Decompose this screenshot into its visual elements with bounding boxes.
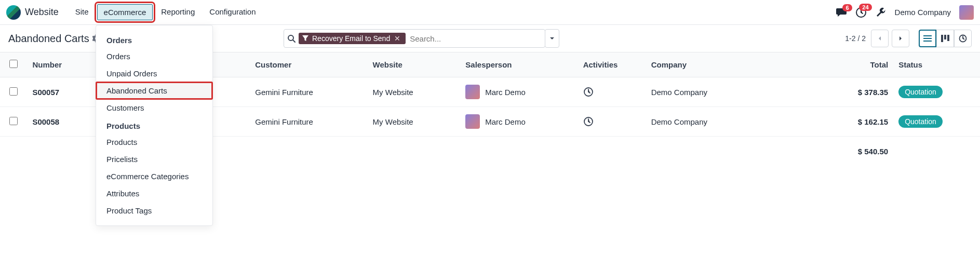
control-right: 1-2 / 2 [845,30,972,47]
list-icon [923,35,932,42]
cell-status: Quotation [893,107,980,137]
cell-website: My Website [368,77,461,107]
search-options-button[interactable] [545,29,559,48]
pager-prev-button[interactable] [871,30,889,47]
column-status[interactable]: Status [893,52,980,77]
search-box[interactable]: Recovery Email to Send ✕ [284,29,545,48]
chevron-down-icon [549,35,555,42]
dropdown-item-pricelists[interactable]: Pricelists [96,151,212,166]
cell-company: Demo Company [646,107,820,137]
ecommerce-dropdown: Orders Orders Unpaid Orders Abandoned Ca… [96,25,213,166]
salesperson-avatar [465,114,480,129]
chevron-right-icon [897,35,904,42]
app-logo[interactable] [6,5,21,20]
user-avatar[interactable] [959,5,974,20]
activities-badge: 24 [859,4,871,11]
app-name[interactable]: Website [25,7,59,18]
clock-outline-icon [583,116,594,127]
view-list-button[interactable] [919,30,936,47]
dropdown-item-unpaid-orders[interactable]: Unpaid Orders [96,65,212,82]
dropdown-group-orders: Orders [96,31,212,48]
filter-chip[interactable]: Recovery Email to Send ✕ [299,33,406,44]
search-input[interactable] [410,34,542,43]
dropdown-item-products[interactable]: Products [96,133,212,151]
dropdown-item-abandoned-carts[interactable]: Abandoned Carts [96,82,212,99]
cell-status: Quotation [893,77,980,107]
column-total[interactable]: Total [819,52,893,77]
view-kanban-button[interactable] [936,30,954,47]
column-company[interactable]: Company [646,52,820,77]
messages-button[interactable]: 6 [836,7,847,18]
filter-chip-label: Recovery Email to Send [312,34,390,43]
dropdown-group-products: Products [96,116,212,133]
svg-rect-5 [923,41,932,42]
cell-activities[interactable] [578,107,646,137]
view-switch [919,30,972,47]
column-customer[interactable]: Customer [250,52,367,77]
main-menu: Site eCommerce Reporting Configuration [69,4,262,20]
column-activities[interactable]: Activities [578,52,646,77]
cell-total: $ 162.15 [819,107,893,137]
svg-rect-4 [923,38,932,39]
row-checkbox[interactable] [9,87,18,96]
pager-next-button[interactable] [892,30,909,47]
kanban-icon [941,35,949,42]
wrench-icon [875,7,887,18]
clock-small-icon [959,34,967,43]
menu-ecommerce[interactable]: eCommerce [97,4,153,20]
menu-configuration[interactable]: Configuration [203,4,262,20]
cell-salesperson: Marc Demo [460,107,578,137]
pager-text[interactable]: 1-2 / 2 [845,34,866,43]
top-nav-right: 6 24 Demo Company [836,5,974,20]
menu-reporting[interactable]: Reporting [155,4,201,20]
svg-rect-7 [944,35,946,39]
search-icon [287,34,296,43]
salesperson-avatar [465,85,480,99]
cell-website: My Website [368,107,461,137]
cell-company: Demo Company [646,77,820,107]
dropdown-item-customers[interactable]: Customers [96,99,212,116]
row-checkbox[interactable] [9,117,18,125]
view-activity-button[interactable] [954,30,972,47]
filter-chip-close[interactable]: ✕ [393,34,401,43]
menu-site[interactable]: Site [69,4,95,20]
top-nav: Website Site eCommerce Reporting Configu… [0,0,980,25]
dropdown-item-orders[interactable]: Orders [96,48,212,65]
cell-total: $ 378.35 [819,77,893,107]
cell-activities[interactable] [578,77,646,107]
chevron-left-icon [877,35,883,42]
debug-button[interactable] [875,7,887,18]
svg-rect-3 [923,35,932,36]
column-salesperson[interactable]: Salesperson [460,52,578,77]
activities-button[interactable]: 24 [855,7,867,18]
cell-customer: Gemini Furniture [250,77,367,107]
column-website[interactable]: Website [368,52,461,77]
company-name[interactable]: Demo Company [895,8,951,17]
svg-rect-6 [941,35,943,42]
messages-badge: 6 [842,4,852,11]
funnel-icon [302,35,309,42]
select-all-checkbox[interactable] [9,60,18,68]
page-title: Abandoned Carts [8,33,89,45]
footer-total: $ 540.50 [819,137,893,167]
svg-rect-8 [947,35,949,41]
svg-line-2 [293,40,295,42]
cell-customer: Gemini Furniture [250,107,367,137]
clock-outline-icon [583,87,594,97]
cell-salesperson: Marc Demo [460,77,578,107]
